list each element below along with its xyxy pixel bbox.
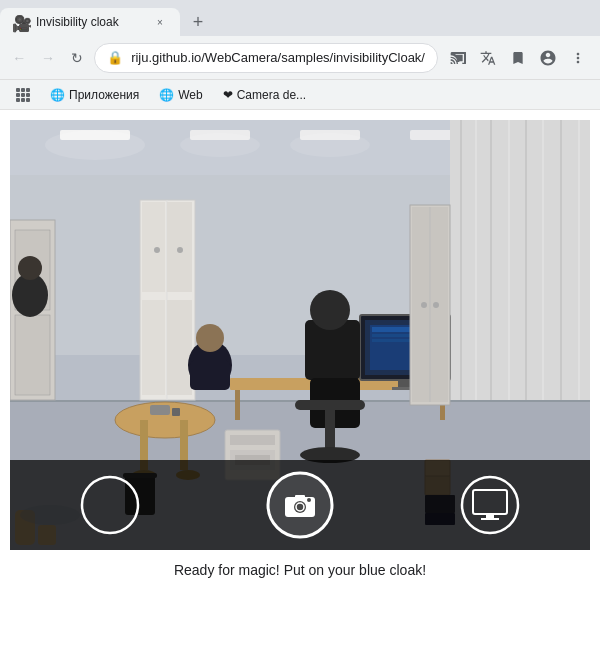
bookmark-camera[interactable]: ❤ Camera de... xyxy=(215,85,314,105)
svg-rect-55 xyxy=(325,410,335,450)
svg-rect-54 xyxy=(295,400,365,410)
bookmark-prilojeniya-label: Приложения xyxy=(69,88,139,102)
svg-point-26 xyxy=(18,256,42,280)
svg-rect-39 xyxy=(190,360,230,390)
svg-rect-36 xyxy=(167,300,192,395)
bookmarks-bar: 🌐 Приложения 🌐 Web ❤ Camera de... xyxy=(0,80,600,110)
bookmark-web-icon: 🌐 xyxy=(159,88,174,102)
toolbar: ← → ↻ 🔒 riju.github.io/WebCamera/samples… xyxy=(0,36,600,80)
status-text: Ready for magic! Put on your blue cloak! xyxy=(0,550,600,586)
svg-point-34 xyxy=(177,247,183,253)
menu-button[interactable] xyxy=(564,44,592,72)
svg-point-68 xyxy=(421,302,427,308)
address-text: riju.github.io/WebCamera/samples/invisib… xyxy=(131,50,425,65)
refresh-button[interactable]: ↻ xyxy=(65,44,88,72)
refresh-icon: ↻ xyxy=(71,50,83,66)
tab-bar: 🎥 Invisibility cloak × + xyxy=(0,0,600,36)
forward-icon: → xyxy=(41,50,55,66)
svg-point-69 xyxy=(433,302,439,308)
svg-rect-24 xyxy=(15,315,50,395)
svg-rect-63 xyxy=(150,405,170,415)
svg-point-88 xyxy=(307,498,311,502)
address-bar[interactable]: 🔒 riju.github.io/WebCamera/samples/invis… xyxy=(94,43,438,73)
forward-button[interactable]: → xyxy=(37,44,60,72)
page-content: Ready for magic! Put on your blue cloak! xyxy=(0,110,600,645)
browser-window: 🎥 Invisibility cloak × + ← → ↻ 🔒 riju.gi… xyxy=(0,0,600,645)
bookmark-camera-icon: ❤ xyxy=(223,88,233,102)
cast-button[interactable] xyxy=(444,44,472,72)
back-icon: ← xyxy=(12,50,26,66)
bookmark-apps[interactable] xyxy=(8,85,38,105)
bookmark-prilojeniya-icon: 🌐 xyxy=(50,88,65,102)
active-tab[interactable]: 🎥 Invisibility cloak × xyxy=(0,8,180,36)
svg-rect-64 xyxy=(172,408,180,416)
svg-rect-35 xyxy=(142,300,165,395)
svg-point-8 xyxy=(180,133,260,157)
tab-title: Invisibility cloak xyxy=(36,15,144,29)
back-button[interactable]: ← xyxy=(8,44,31,72)
svg-rect-73 xyxy=(230,435,275,445)
bookmark-camera-label: Camera de... xyxy=(237,88,306,102)
svg-point-9 xyxy=(290,133,370,157)
tab-favicon: 🎥 xyxy=(12,14,28,30)
camera-view xyxy=(10,120,590,550)
svg-point-33 xyxy=(154,247,160,253)
apps-grid-icon xyxy=(16,88,30,102)
new-tab-button[interactable]: + xyxy=(184,8,212,36)
svg-point-52 xyxy=(310,290,350,330)
svg-rect-92 xyxy=(481,518,499,520)
svg-rect-41 xyxy=(235,390,240,420)
bookmark-button[interactable] xyxy=(504,44,532,72)
svg-rect-32 xyxy=(167,202,192,292)
office-scene xyxy=(10,120,590,550)
toolbar-icons xyxy=(444,44,592,72)
svg-rect-31 xyxy=(142,202,165,292)
bookmark-web[interactable]: 🌐 Web xyxy=(151,85,210,105)
svg-rect-87 xyxy=(295,495,305,500)
lock-icon: 🔒 xyxy=(107,50,123,65)
translate-button[interactable] xyxy=(474,44,502,72)
bookmark-web-label: Web xyxy=(178,88,202,102)
svg-rect-91 xyxy=(486,514,494,518)
svg-point-38 xyxy=(196,324,224,352)
svg-point-7 xyxy=(45,130,145,160)
profile-button[interactable] xyxy=(534,44,562,72)
tab-close-button[interactable]: × xyxy=(152,14,168,30)
bookmark-prilojeniya[interactable]: 🌐 Приложения xyxy=(42,85,147,105)
